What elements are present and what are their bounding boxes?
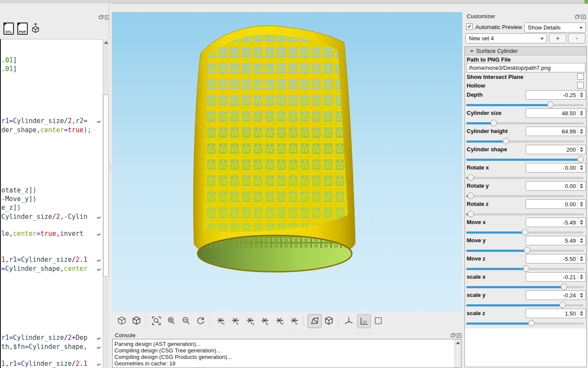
spin-arrows-icon[interactable] [578,109,585,117]
console-log[interactable]: Parsing design (AST generation)...Compil… [112,339,461,368]
customizer-close-icon[interactable] [581,13,586,19]
console-scrollbar[interactable] [455,339,461,368]
slider-handle[interactable] [547,101,554,108]
spin-arrows-icon[interactable] [578,254,585,263]
perspective-icon[interactable] [308,314,322,328]
slider-handle[interactable] [528,320,535,326]
move-y-spinbox[interactable]: 5.49 [526,236,586,245]
slider-handle[interactable] [503,138,509,144]
view-plus-z-icon[interactable]: +z [273,314,286,327]
view-plus-y-icon[interactable]: +y [244,314,257,327]
fold-corner-icon [17,23,21,26]
show-scale-icon[interactable]: 10 [357,314,371,328]
rotate-x-slider[interactable] [466,174,584,181]
cylinder-shape-slider[interactable] [466,156,584,163]
slider-handle[interactable] [522,229,528,235]
customizer-float-icon[interactable] [575,13,580,19]
slider-handle[interactable] [468,211,474,217]
zoom-fit-icon[interactable] [150,314,163,327]
reset-view-icon[interactable] [194,314,207,327]
remove-preset-button[interactable]: - [568,33,585,43]
move-x-spinbox[interactable]: -5.49 [526,218,586,227]
slider-handle[interactable] [523,265,530,272]
cylinder-height-spinbox[interactable]: 64.99 [526,127,586,136]
slider-handle[interactable] [491,120,497,126]
cylinder-size-slider[interactable] [466,120,584,127]
spin-arrows-icon[interactable] [578,309,585,318]
view-all-icon[interactable] [130,314,143,327]
move-y-slider[interactable] [466,247,584,254]
spin-arrows-icon[interactable] [578,127,585,136]
field-label: Rotate y [467,182,489,189]
depth-slider[interactable] [466,101,584,108]
scrollbar-thumb[interactable] [103,94,109,277]
slider-handle[interactable] [561,283,567,290]
zoom-out-icon[interactable] [179,314,192,327]
export-pdf-button[interactable]: PDF [17,23,28,35]
code-line: th,$fn=Cylinder_shape,↵ [1,342,88,351]
zoom-in-icon[interactable] [165,314,178,327]
details-dropdown[interactable]: Show Details [524,23,586,33]
export-3d-icon[interactable] [31,23,40,35]
customizer-title: Customizer [467,13,495,20]
section-header-surface-cylinder[interactable]: Surface Cylinder [465,47,586,55]
rotate-z-spinbox[interactable]: 0.00 [526,199,586,209]
view-minus-z-icon[interactable]: -z [288,314,301,327]
rotate-x-spinbox[interactable]: 0.00 [526,163,586,173]
spin-arrows-icon[interactable] [578,91,585,99]
move-z-slider[interactable] [466,265,584,272]
cylinder-shape-spinbox[interactable]: 200 [526,145,586,154]
view-minus-y-icon[interactable]: -y [258,314,271,327]
editor-float-icon[interactable] [98,14,104,19]
spin-arrows-icon[interactable] [578,182,585,190]
show-intersect-plane-checkbox[interactable] [577,73,584,80]
spin-arrows-icon[interactable] [578,236,585,245]
code-editor[interactable]: .01].01]r1=Cylinder_size/2,r2=↵der_shape… [0,39,103,368]
scale-z-spinbox[interactable]: 1.50 [526,309,586,318]
add-preset-button[interactable]: + [549,33,566,43]
line-wrap-icon: ↵ [97,265,101,274]
scale-y-spinbox[interactable]: -0.24 [526,290,586,300]
scroll-up-icon[interactable] [104,41,108,44]
path-to-png-input[interactable]: /home/none3/Desktop/path7.png [466,63,585,72]
rotate-y-spinbox[interactable]: 0.00 [526,181,586,191]
view-plus-x-icon[interactable]: +x [214,314,227,327]
hollow-checkbox[interactable] [577,82,584,88]
view-minus-x-icon[interactable]: -x [229,314,242,327]
export-stl-button[interactable]: STL [3,23,14,35]
3d-viewport[interactable] [112,12,462,312]
scale-x-slider[interactable] [466,283,584,290]
show-edges-icon[interactable] [372,314,385,327]
show-axes-icon[interactable] [342,314,355,327]
spin-arrows-icon[interactable] [578,218,585,227]
orthographic-icon[interactable] [322,314,335,327]
slider-handle[interactable] [468,174,474,181]
editor-scrollbar[interactable] [103,39,109,368]
preset-combo[interactable]: New set 4 [465,33,547,43]
scale-x-spinbox[interactable]: -0.21 [526,272,586,282]
spin-arrows-icon[interactable] [578,273,585,281]
console-close-icon[interactable] [456,332,462,337]
scroll-up-icon[interactable] [456,342,460,344]
spin-arrows-icon[interactable] [578,200,585,208]
cylinder-size-spinbox[interactable]: 48.50 [526,108,586,118]
cylinder-height-slider[interactable] [466,138,584,145]
move-z-spinbox[interactable]: -5.50 [526,254,586,264]
spin-arrows-icon[interactable] [578,145,585,154]
depth-spinbox[interactable]: -0.25 [526,90,586,100]
rotate-z-slider[interactable] [466,211,584,218]
rotate-view-icon[interactable] [115,314,128,327]
move-x-slider[interactable] [466,229,584,236]
spin-arrows-icon[interactable] [578,291,585,300]
scale-y-slider[interactable] [466,302,584,309]
slider-handle[interactable] [468,192,474,199]
rotate-y-slider[interactable] [466,192,584,199]
slider-handle[interactable] [559,302,566,308]
code-line: .01] [1,56,17,65]
automatic-preview-checkbox[interactable]: ✓ [466,23,473,30]
scale-z-slider[interactable] [466,320,584,327]
spin-arrows-icon[interactable] [578,163,585,172]
slider-handle[interactable] [577,156,584,163]
slider-handle[interactable] [524,247,530,254]
console-float-icon[interactable] [450,332,456,337]
